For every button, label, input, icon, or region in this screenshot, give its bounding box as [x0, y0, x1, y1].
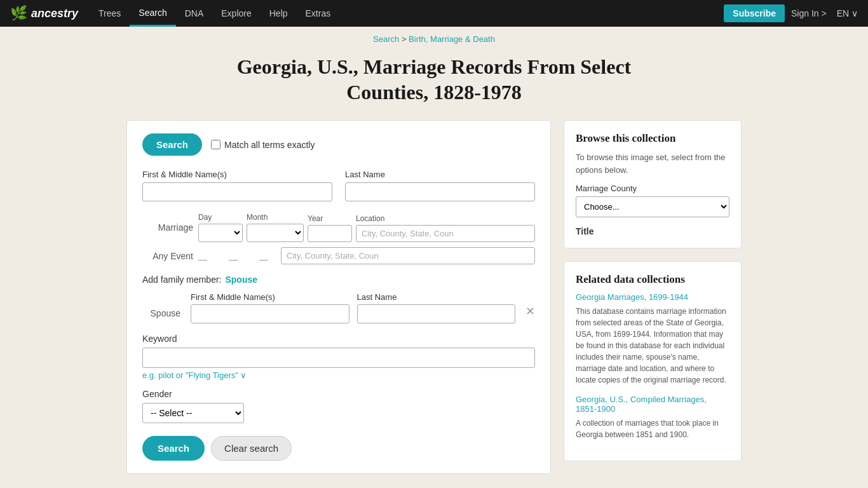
- spouse-label: Spouse: [142, 308, 180, 323]
- related-link-0[interactable]: Georgia Marriages, 1699-1944: [576, 292, 729, 302]
- ancestry-logo-text: ancestry: [31, 7, 78, 20]
- navigation: 🌿 ancestry Trees Search DNA Explore Help…: [0, 0, 868, 27]
- any-event-row: Any Event — — —: [142, 247, 535, 264]
- subscribe-button[interactable]: Subscribe: [724, 4, 785, 22]
- marriage-location-input[interactable]: [356, 225, 535, 242]
- county-label: Marriage County: [576, 184, 729, 193]
- spouse-last-name-label: Last Name: [357, 292, 516, 302]
- nav-right: Subscribe Sign In > EN ∨: [724, 4, 858, 22]
- any-event-fields: — — —: [198, 247, 535, 264]
- gender-label: Gender: [142, 389, 535, 399]
- nav-help[interactable]: Help: [261, 0, 297, 27]
- ancestry-logo-icon: 🌿: [10, 5, 27, 22]
- marriage-year-input[interactable]: [308, 225, 352, 242]
- marriage-day-select[interactable]: [198, 224, 243, 242]
- spouse-fields: First & Middle Name(s) Last Name: [191, 292, 515, 323]
- nav-search[interactable]: Search: [130, 0, 175, 27]
- spouse-first-name-label: First & Middle Name(s): [191, 292, 349, 302]
- last-name-input[interactable]: [345, 182, 535, 201]
- gender-section: Gender -- Select -- Male Female: [142, 389, 535, 423]
- sidebar: Browse this collection To browse this im…: [564, 120, 742, 474]
- gender-select[interactable]: -- Select -- Male Female: [142, 403, 244, 423]
- breadcrumb-separator: >: [402, 34, 407, 44]
- day-header: Day: [198, 213, 243, 222]
- marriage-month-group: Month: [247, 213, 304, 242]
- any-location-group: [281, 247, 535, 264]
- name-fields: First & Middle Name(s) Last Name: [142, 170, 535, 201]
- location-header: Location: [356, 214, 535, 223]
- main-layout: Search Match all terms exactly First & M…: [116, 120, 752, 488]
- family-member-section: Add family member: Spouse Spouse First &…: [142, 274, 535, 323]
- last-name-field: Last Name: [345, 170, 535, 201]
- marriage-year-group: Year: [308, 214, 352, 242]
- related-card: Related data collections Georgia Marriag…: [564, 261, 742, 461]
- last-name-label: Last Name: [345, 170, 535, 179]
- spouse-last-name-input[interactable]: [357, 304, 516, 323]
- nav-explore[interactable]: Explore: [212, 0, 260, 27]
- search-button-bottom[interactable]: Search: [142, 436, 205, 461]
- month-header: Month: [247, 213, 304, 222]
- any-month-dash: —: [229, 254, 238, 264]
- add-spouse-link[interactable]: Spouse: [225, 274, 257, 285]
- spouse-first-name-field: First & Middle Name(s): [191, 292, 349, 323]
- nav-dna[interactable]: DNA: [176, 0, 213, 27]
- keyword-hint[interactable]: e.g. pilot or "Flying Tigers" ∨: [142, 370, 535, 380]
- add-family-label: Add family member:: [142, 274, 221, 285]
- breadcrumb: Search > Birth, Marriage & Death: [0, 27, 868, 44]
- keyword-input[interactable]: [142, 348, 535, 368]
- search-top-row: Search Match all terms exactly: [142, 133, 535, 156]
- breadcrumb-search-link[interactable]: Search: [373, 34, 399, 44]
- related-desc-0: This database contains marriage informat…: [576, 306, 729, 386]
- search-button-top[interactable]: Search: [142, 133, 202, 156]
- marriage-location-group: Location: [356, 214, 535, 242]
- first-name-input[interactable]: [142, 182, 332, 201]
- any-year-group: —: [259, 254, 268, 264]
- spouse-last-name-field: Last Name: [357, 292, 516, 323]
- page-title: Georgia, U.S., Marriage Records From Sel…: [212, 54, 656, 105]
- title-label: Title: [576, 226, 729, 236]
- any-month-group: —: [229, 254, 238, 264]
- year-header: Year: [308, 214, 352, 223]
- related-link-1[interactable]: Georgia, U.S., Compiled Marriages, 1851-…: [576, 395, 729, 414]
- browse-title: Browse this collection: [576, 132, 729, 145]
- marriage-event-fields: Day Month Year: [198, 213, 535, 242]
- browse-card: Browse this collection To browse this im…: [564, 120, 742, 248]
- match-all-checkbox[interactable]: [211, 140, 220, 149]
- related-title: Related data collections: [576, 273, 729, 286]
- any-day-group: —: [198, 254, 207, 264]
- any-day-dash: —: [198, 254, 207, 264]
- any-year-dash: —: [259, 254, 268, 264]
- language-selector[interactable]: EN ∨: [837, 8, 858, 18]
- keyword-section: Keyword e.g. pilot or "Flying Tigers" ∨: [142, 334, 535, 380]
- marriage-label: Marriage: [142, 222, 193, 233]
- nav-extras[interactable]: Extras: [297, 0, 340, 27]
- match-all-label[interactable]: Match all terms exactly: [211, 140, 315, 150]
- family-add-row: Add family member: Spouse: [142, 274, 535, 285]
- search-form: Search Match all terms exactly First & M…: [126, 120, 551, 474]
- marriage-event-section: Marriage Day Month: [142, 213, 535, 264]
- nav-trees[interactable]: Trees: [90, 0, 130, 27]
- spouse-row: Spouse First & Middle Name(s) Last Name …: [142, 292, 535, 323]
- marriage-month-select[interactable]: [247, 224, 304, 242]
- keyword-label: Keyword: [142, 334, 535, 344]
- any-event-label: Any Event: [142, 251, 193, 261]
- county-select[interactable]: Choose...: [576, 196, 729, 217]
- any-event-location-input[interactable]: [281, 247, 535, 264]
- sign-in-button[interactable]: Sign In >: [791, 8, 827, 18]
- clear-search-button[interactable]: Clear search: [211, 436, 292, 461]
- spouse-first-name-input[interactable]: [191, 304, 349, 323]
- breadcrumb-birth-link[interactable]: Birth, Marriage & Death: [409, 34, 495, 44]
- marriage-event-row: Marriage Day Month: [142, 213, 535, 242]
- related-desc-1: A collection of marriages that took plac…: [576, 417, 729, 440]
- logo[interactable]: 🌿 ancestry: [10, 5, 78, 22]
- first-name-label: First & Middle Name(s): [142, 170, 332, 179]
- spouse-remove-button[interactable]: ✕: [526, 304, 535, 323]
- browse-description: To browse this image set, select from th…: [576, 151, 729, 176]
- form-bottom-buttons: Search Clear search: [142, 436, 535, 461]
- first-name-field: First & Middle Name(s): [142, 170, 332, 201]
- marriage-day-group: Day: [198, 213, 243, 242]
